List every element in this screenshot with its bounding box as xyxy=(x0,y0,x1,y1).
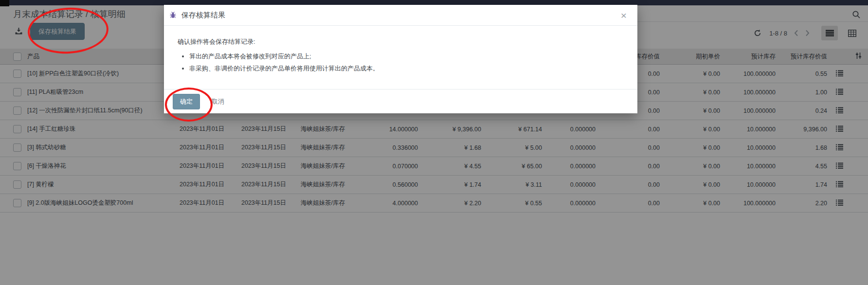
dialog-bullet-list: 算出的产品成本将会被修改到对应的产品上; 非采购、非调价的计价记录的产品单价将用… xyxy=(178,50,623,74)
confirm-button[interactable]: 确定 xyxy=(173,94,200,109)
dialog-bullet: 非采购、非调价的计价记录的产品单价将用使用计算出的产品成本。 xyxy=(189,62,623,74)
app-screen: 月末成本结算记录 / 核算明细 保存核算结果 1-8 / 8 xyxy=(0,0,868,285)
bug-icon xyxy=(170,12,176,18)
dialog-header: 保存核算结果 × xyxy=(164,5,637,26)
save-results-dialog: 保存核算结果 × 确认操作将会保存结算记录: 算出的产品成本将会被修改到对应的产… xyxy=(164,5,637,113)
cancel-button[interactable]: 取消 xyxy=(212,97,224,106)
close-icon[interactable]: × xyxy=(618,10,630,21)
dialog-intro: 确认操作将会保存结算记录: xyxy=(178,37,623,46)
dialog-bullet: 算出的产品成本将会被修改到对应的产品上; xyxy=(189,50,623,62)
dialog-title: 保存核算结果 xyxy=(181,11,225,20)
dialog-body: 确认操作将会保存结算记录: 算出的产品成本将会被修改到对应的产品上; 非采购、非… xyxy=(164,26,637,74)
dialog-footer: 确定 取消 xyxy=(164,89,637,113)
